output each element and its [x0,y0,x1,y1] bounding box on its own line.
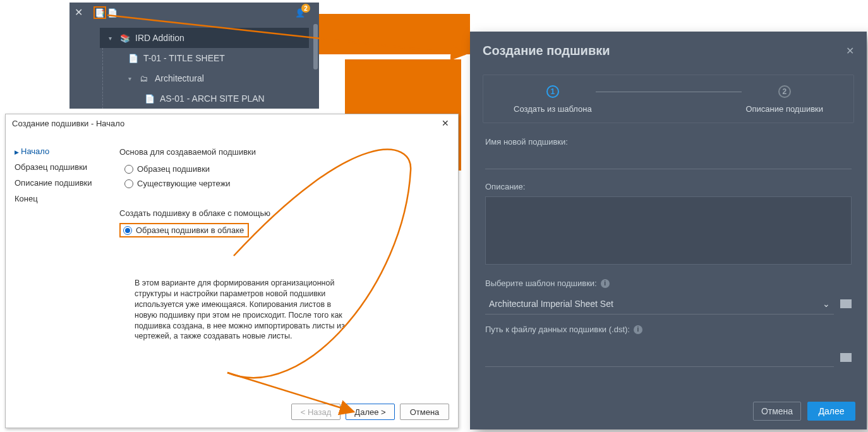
radio-icon [123,226,132,235]
wizard-title-text: Создание подшивки - Начало [12,119,124,128]
template-value: Architectural Imperial Sheet Set [489,299,613,309]
folder-icon[interactable] [840,353,852,362]
folder-icon[interactable] [840,299,852,308]
path-field-label: Путь к файлу данных подшивки (.dst): i [485,325,852,334]
sheet-tree: ▾ 📚 IRD Addition 📄 T-01 - TITLE SHEET ▾ … [93,23,311,109]
modal-title: Создание подшивки [483,44,610,58]
step-circle-icon: 1 [546,85,559,98]
option-description: В этом варианте для формирования организ… [119,278,347,342]
template-field-label: Выберите шаблон подшивки: i [485,279,852,288]
modal-footer: Отмена Далее [753,402,855,421]
modal-header: Создание подшивки ✕ [470,32,867,69]
template-select[interactable]: Architectural Imperial Sheet Set ⌄ [485,293,834,315]
close-icon[interactable]: ✕ [846,45,854,57]
nav-start[interactable]: Начало [15,143,100,159]
info-icon[interactable]: i [634,325,642,334]
wizard-nav: Начало Образец подшивки Описание подшивк… [6,132,107,405]
radio-label: Образец подшивки [137,164,210,174]
nav-sample[interactable]: Образец подшивки [15,159,100,175]
step-label: Создать из шаблона [514,104,592,114]
radio-icon [124,165,133,174]
modal-body: Имя новой подшивки: Описание: Выберите ш… [470,135,867,369]
radio-cloud-sample[interactable]: Образец подшивки в облаке [123,225,244,235]
description-field-label: Описание: [485,182,852,191]
tree-group-label: Architectural [155,73,204,83]
radio-label: Образец подшивки в облаке [136,225,244,235]
step-1[interactable]: 1 Создать из шаблона [510,85,596,114]
subset-icon: 🗂 [140,74,150,83]
cancel-button[interactable]: Отмена [400,404,449,420]
wizard-titlebar: Создание подшивки - Начало ✕ [6,114,458,132]
create-sheetset-wizard: Создание подшивки - Начало ✕ Начало Обра… [5,114,459,428]
tree-root-label: IRD Addition [135,33,184,43]
radio-icon [124,179,133,188]
account-icon[interactable]: 👤 2 [294,6,306,19]
radio-label: Существующие чертежи [137,179,231,188]
wizard-content: Основа для создаваемой подшивки Образец … [107,132,458,405]
scrollbar-thumb[interactable] [313,24,318,69]
tree-item[interactable]: 📄 T-01 - TITLE SHEET [102,48,309,68]
step-label: Описание подшивки [745,104,823,114]
description-textarea[interactable] [485,196,852,265]
step-circle-icon: 2 [778,85,791,98]
chevron-down-icon: ▾ [128,75,135,82]
notification-badge: 2 [301,4,310,13]
next-button[interactable]: Далее [807,402,855,421]
new-sheet-set-icon[interactable]: 📑 [93,6,106,19]
info-icon[interactable]: i [601,279,610,288]
ssm-toolbar: 📑 📄 👤 2 [93,6,306,20]
sheet-icon: 📄 [145,94,155,104]
radio-sample-sheetset[interactable]: Образец подшивки [119,162,445,176]
tree-item[interactable]: 📄 AS-01 - ARCH SITE PLAN [102,88,309,109]
radio-existing-drawings[interactable]: Существующие чертежи [119,176,445,191]
sheet-set-manager-panel: ✕ 📑 📄 👤 2 ▾ 📚 IRD Addition 📄 T-01 - TITL… [69,3,319,109]
back-button[interactable]: < Назад [291,404,341,420]
sheetset-icon: 📚 [120,33,130,43]
group2-label: Создать подшивку в облаке с помощью [119,208,445,218]
tree-root[interactable]: ▾ 📚 IRD Addition [100,28,309,48]
orange-decoration-1 [318,14,470,54]
sheet-icon: 📄 [128,54,138,63]
create-sheetset-modal: Создание подшивки ✕ 1 Создать из шаблона… [470,32,867,429]
cancel-button[interactable]: Отмена [753,402,801,421]
step-2[interactable]: 2 Описание подшивки [742,85,827,114]
wizard-buttons: < Назад Далее > Отмена [291,404,449,420]
chevron-down-icon: ⌄ [823,299,830,309]
tree-item-label: AS-01 - ARCH SITE PLAN [160,93,265,104]
group1-label: Основа для создаваемой подшивки [119,147,445,157]
tree-group[interactable]: ▾ 🗂 Architectural [102,68,309,88]
nav-description[interactable]: Описание подшивки [15,175,100,191]
tree-item-label: T-01 - TITLE SHEET [143,53,225,63]
panel-close-icon[interactable]: ✕ [75,6,83,18]
chevron-down-icon: ▾ [109,35,115,42]
sheets-icon[interactable]: 📄 [106,6,119,19]
nav-finish[interactable]: Конец [15,191,100,207]
name-field-label: Имя новой подшивки: [485,137,852,147]
name-input[interactable] [485,152,852,169]
path-input[interactable] [485,348,834,367]
close-icon[interactable]: ✕ [439,118,452,128]
stepper-container: 1 Создать из шаблона 2 Описание подшивки [483,75,854,123]
next-button[interactable]: Далее > [346,404,395,420]
